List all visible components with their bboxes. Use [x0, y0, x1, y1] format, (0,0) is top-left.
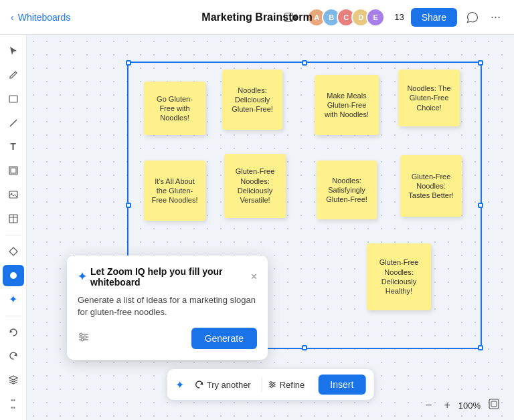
- selection-handle-middle-right[interactable]: [478, 203, 483, 208]
- refine-button[interactable]: Refine: [262, 377, 311, 393]
- zoom-iq-title: ✦ Let Zoom IQ help you fill your whitebo…: [78, 266, 251, 288]
- zoom-reset-button[interactable]: [485, 397, 503, 413]
- more-tools-button[interactable]: ••••: [3, 393, 24, 415]
- sticky-note-1[interactable]: Go Gluten-Free with Noodles!: [144, 82, 205, 135]
- back-chevron-icon: ‹: [11, 12, 14, 23]
- avatar-group: A B C D E: [307, 8, 385, 27]
- bottom-bar-sparkle-icon: ✦: [175, 379, 184, 391]
- svg-point-20: [270, 382, 272, 384]
- insert-button[interactable]: Insert: [318, 375, 365, 395]
- image-tool[interactable]: [3, 184, 24, 205]
- text-tool[interactable]: T: [3, 136, 24, 158]
- frame-tool[interactable]: [3, 160, 24, 181]
- try-another-button[interactable]: Try another: [189, 377, 256, 393]
- ai-sparkle-tool[interactable]: ✦: [3, 289, 24, 310]
- svg-point-14: [80, 333, 82, 336]
- more-options-button[interactable]: ···: [488, 7, 503, 27]
- zoom-out-button[interactable]: −: [422, 398, 436, 413]
- bottom-action-bar: ✦ Try another Refine Insert: [167, 369, 374, 400]
- rectangle-tool[interactable]: [3, 88, 24, 110]
- svg-rect-1: [9, 96, 17, 102]
- svg-point-22: [270, 386, 272, 388]
- sidebar-divider: [5, 235, 21, 235]
- sticky-note-9[interactable]: Gluten-Free Noodles: Deliciously Healthy…: [367, 243, 431, 310]
- generate-button[interactable]: Generate: [191, 328, 257, 349]
- sticky-note-8[interactable]: Gluten-Free Noodles: Tastes Better!: [400, 155, 462, 217]
- zoom-iq-panel: ✦ Let Zoom IQ help you fill your whitebo…: [67, 255, 268, 360]
- zoom-in-button[interactable]: +: [440, 398, 454, 413]
- avatar-count: 13: [394, 12, 404, 22]
- whiteboard-canvas[interactable]: Go Gluten-Free with Noodles! Noodles: De…: [27, 35, 514, 420]
- selection-handle-middle-left[interactable]: [126, 203, 131, 208]
- zoom-iq-close-button[interactable]: ×: [251, 271, 257, 283]
- line-tool[interactable]: [3, 112, 24, 134]
- svg-rect-4: [11, 168, 16, 173]
- selection-handle-top-middle[interactable]: [302, 60, 307, 66]
- main-area: T ✦ ••••: [0, 35, 514, 420]
- svg-point-21: [272, 384, 274, 386]
- redo-button[interactable]: [3, 346, 24, 367]
- share-button[interactable]: Share: [411, 8, 457, 27]
- sticky-note-3[interactable]: Make Meals Gluten-Free with Noodles!: [315, 75, 379, 135]
- sparkle-icon: ✦: [78, 270, 86, 283]
- table-tool[interactable]: [3, 208, 24, 229]
- svg-rect-24: [491, 401, 497, 407]
- sticky-note-4[interactable]: Noodles: The Gluten-Free Choice!: [398, 70, 460, 126]
- header-actions: A B C D E 13 Share ···: [282, 7, 503, 27]
- header: ‹ Whiteboards Marketing Brainstorm A B C…: [0, 0, 514, 35]
- toolbar-sidebar: T ✦ ••••: [0, 35, 27, 420]
- zoom-level-display: 100%: [458, 401, 481, 411]
- back-nav[interactable]: ‹ Whiteboards: [11, 12, 70, 23]
- layers-button[interactable]: [3, 369, 24, 391]
- sidebar-divider-2: [5, 316, 21, 316]
- svg-line-2: [10, 120, 17, 126]
- page-title: Marketing Brainstorm: [201, 11, 312, 23]
- sticky-note-2[interactable]: Noodles: Deliciously Gluten-Free!: [222, 70, 282, 130]
- svg-point-16: [81, 338, 84, 341]
- chat-icon-button[interactable]: [464, 9, 481, 26]
- zoom-iq-settings-button[interactable]: [78, 331, 90, 346]
- zoom-iq-header: ✦ Let Zoom IQ help you fill your whitebo…: [78, 266, 257, 288]
- pen-tool[interactable]: [3, 64, 24, 86]
- zoom-iq-body: Generate a list of ideas for a marketing…: [78, 294, 257, 318]
- avatar: E: [366, 8, 385, 27]
- zoom-controls: − + 100%: [422, 397, 503, 413]
- sticky-note-6[interactable]: Gluten-Free Noodles: Deliciously Versati…: [224, 154, 286, 218]
- zoom-iq-footer: Generate: [78, 328, 257, 349]
- select-tool[interactable]: [3, 40, 24, 62]
- circle-tool[interactable]: [3, 265, 24, 286]
- svg-rect-23: [489, 399, 499, 409]
- back-label: Whiteboards: [18, 12, 71, 23]
- selection-handle-bottom-right[interactable]: [478, 345, 483, 350]
- selection-handle-top-left[interactable]: [126, 60, 131, 66]
- svg-point-10: [10, 272, 17, 279]
- svg-point-15: [84, 336, 86, 338]
- selection-handle-bottom-middle[interactable]: [302, 345, 307, 350]
- undo-button[interactable]: [3, 322, 24, 343]
- selection-handle-top-right[interactable]: [478, 60, 483, 66]
- sticky-note-5[interactable]: It's All About the Gluten-Free Noodles!: [144, 161, 205, 221]
- diamond-tool[interactable]: [3, 241, 24, 262]
- sticky-note-7[interactable]: Noodles: Satisfyingly Gluten-Free!: [317, 161, 377, 219]
